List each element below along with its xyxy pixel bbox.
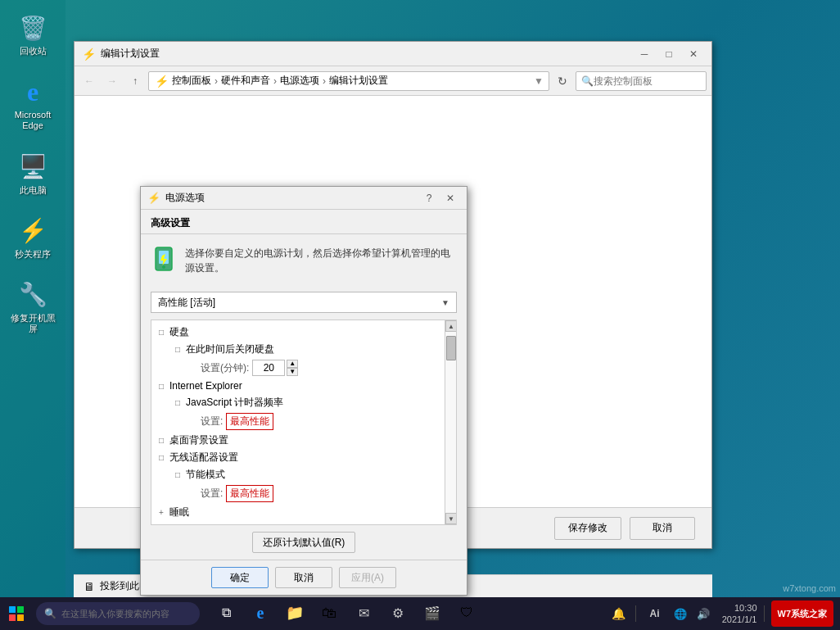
tree-sub-wireless: □ 节能模式 设置: 最高性能 — [168, 466, 445, 504]
dialog-description: 选择你要自定义的电源计划，然后选择你希望计算机管理的电源设置。 — [141, 239, 467, 282]
window-content: ⚡ 电源选项 ? ✕ 高级设置 — [75, 96, 711, 548]
this-pc-icon: 🖥️ — [16, 151, 49, 184]
desktop-icon-edge[interactable]: e Microsoft Edge — [5, 72, 61, 134]
this-pc-label: 此电脑 — [20, 185, 47, 196]
path-part-1: 控制面板 — [172, 74, 211, 88]
tree-item-ie[interactable]: □ Internet Explorer — [151, 378, 445, 394]
shortcut-icon: ⚡ — [16, 215, 49, 247]
refresh-btn[interactable]: ↻ — [553, 71, 572, 91]
turn-off-disk-expand-icon: □ — [171, 343, 184, 356]
main-cancel-btn[interactable]: 取消 — [630, 517, 695, 540]
path-part-2: 硬件和声音 — [221, 74, 270, 88]
taskbar-media[interactable]: 🎬 — [416, 597, 449, 630]
nav-up-btn[interactable]: ↑ — [125, 71, 145, 91]
plan-dropdown[interactable]: 高性能 [活动] ▼ — [151, 292, 457, 313]
desktop: 🗑️ 回收站 e Microsoft Edge 🖥️ 此电脑 ⚡ 秒关程序 🔧 … — [0, 0, 840, 630]
dialog-help-btn[interactable]: ? — [419, 191, 439, 206]
dialog-close-btn[interactable]: ✕ — [440, 191, 460, 206]
main-window-titlebar: ⚡ 编辑计划设置 ─ □ ✕ — [75, 42, 711, 66]
save-changes-btn[interactable]: 保存修改 — [554, 517, 621, 540]
disk-spinner: ▲ ▼ — [252, 360, 298, 376]
taskbar-search-input[interactable] — [61, 609, 192, 619]
main-window-close[interactable]: ✕ — [682, 46, 705, 62]
disk-spin-up[interactable]: ▲ — [287, 360, 298, 368]
tray-separator-2 — [764, 605, 765, 622]
nav-forward-btn[interactable]: → — [102, 71, 122, 91]
svg-point-2 — [162, 265, 165, 269]
desktop-bg-label: 桌面背景设置 — [169, 433, 228, 447]
svg-rect-4 — [17, 606, 24, 613]
tray-separator-1 — [635, 605, 636, 622]
desktop-bg-expand-icon: □ — [155, 434, 168, 447]
dialog-confirm-btn[interactable]: 确定 — [211, 567, 269, 588]
taskbar-store[interactable]: 🛍 — [313, 597, 345, 630]
wireless-value-highlighted: 最高性能 — [226, 485, 273, 502]
dialog-cancel-btn[interactable]: 取消 — [275, 567, 332, 588]
taskbar-clock[interactable]: 10:30 2021/1/1 — [716, 602, 757, 626]
dialog-title: 电源选项 — [165, 191, 419, 205]
desktop-icon-shortcut[interactable]: ⚡ 秒关程序 — [5, 211, 61, 263]
fix-boot-icon: 🔧 — [16, 279, 49, 311]
tree-item-sleep[interactable]: + 睡眠 — [151, 504, 445, 521]
shortcut-label: 秒关程序 — [15, 249, 51, 260]
dialog-desc-text: 选择你要自定义的电源计划，然后选择你希望计算机管理的电源设置。 — [185, 246, 457, 275]
separator-2: › — [273, 75, 277, 87]
tree-item-js-timer[interactable]: □ JavaScript 计时器频率 — [168, 394, 445, 411]
taskbar-task-view[interactable]: ⧉ — [210, 597, 242, 630]
dialog-dropdown-row: 高性能 [活动] ▼ — [141, 288, 467, 320]
dialog-restore-row: 还原计划默认值(R) — [141, 525, 467, 560]
taskbar-settings-app[interactable]: ⚙ — [382, 597, 414, 630]
taskbar-mail[interactable]: ✉ — [347, 597, 380, 630]
tray-network[interactable]: 🌐 — [671, 604, 690, 623]
tree-item-wireless[interactable]: □ 无线适配器设置 — [151, 449, 445, 466]
tree-item-hard-disk[interactable]: □ 硬盘 — [151, 324, 445, 341]
dialog-apply-btn[interactable]: 应用(A) — [339, 567, 396, 588]
disk-spin-buttons: ▲ ▼ — [287, 360, 298, 376]
edge-icon: e — [16, 75, 49, 108]
tree-sub-disk: □ 在此时间后关闭硬盘 设置(分钟): — [168, 341, 445, 378]
desktop-icon-recycle-bin[interactable]: 🗑️ 回收站 — [5, 8, 61, 60]
settings-tree: □ 硬盘 □ 在此时间后关闭硬盘 — [151, 320, 457, 525]
tree-scrollbar[interactable]: ▲ ▼ — [445, 320, 456, 524]
tree-item-turn-off-disk[interactable]: □ 在此时间后关闭硬盘 — [168, 341, 445, 358]
scroll-thumb-area[interactable] — [445, 332, 456, 513]
path-icon: ⚡ — [154, 74, 169, 88]
main-window-maximize[interactable]: □ — [657, 46, 680, 62]
taskbar-search-icon: 🔍 — [44, 608, 56, 619]
tree-item-desktop-bg[interactable]: □ 桌面背景设置 — [151, 432, 445, 449]
dialog-footer: 确定 取消 应用(A) — [141, 560, 467, 595]
tray-notification[interactable]: 🔔 — [609, 604, 629, 623]
w7-logo[interactable]: W7系统之家 — [771, 601, 834, 627]
tray-volume[interactable]: 🔊 — [693, 604, 713, 623]
search-input[interactable] — [594, 75, 716, 87]
clock-time: 10:30 — [716, 602, 757, 614]
path-part-3: 电源选项 — [280, 74, 319, 88]
power-save-label: 节能模式 — [186, 468, 225, 482]
scroll-up-arrow[interactable]: ▲ — [445, 320, 457, 332]
scroll-thumb[interactable] — [446, 336, 456, 360]
nav-back-btn[interactable]: ← — [79, 71, 99, 91]
disk-spin-down[interactable]: ▼ — [287, 368, 298, 376]
tray-ime-indicator[interactable]: Ai — [643, 604, 667, 623]
disk-value-row: 设置(分钟): ▲ ▼ — [168, 358, 445, 378]
main-window-minimize[interactable]: ─ — [633, 46, 656, 62]
main-window-title-icon: ⚡ — [81, 47, 96, 61]
restore-defaults-btn[interactable]: 还原计划默认值(R) — [252, 532, 356, 553]
scroll-down-arrow[interactable]: ▼ — [445, 513, 457, 524]
desktop-icon-this-pc[interactable]: 🖥️ 此电脑 — [5, 147, 61, 199]
recycle-bin-icon: 🗑️ — [16, 11, 49, 44]
desktop-icon-fix-boot[interactable]: 🔧 修复开机黑屏 — [5, 275, 61, 338]
address-path[interactable]: ⚡ 控制面板 › 硬件和声音 › 电源选项 › 编辑计划设置 ▼ — [148, 71, 549, 91]
search-box: 🔍 — [576, 71, 707, 91]
content-main: ⚡ 电源选项 ? ✕ 高级设置 — [75, 96, 711, 507]
dropdown-arrow-icon: ▼ — [441, 298, 449, 307]
taskbar-apps: ⧉ e 📁 🛍 ✉ ⚙ 🎬 🛡 — [203, 597, 603, 630]
disk-value-input[interactable] — [252, 360, 285, 376]
taskbar-file-explorer[interactable]: 📁 — [278, 597, 311, 630]
clock-date: 2021/1/1 — [716, 614, 757, 625]
tree-item-power-save[interactable]: □ 节能模式 — [168, 466, 445, 483]
start-button[interactable] — [0, 597, 33, 630]
taskbar-security-app[interactable]: 🛡 — [450, 597, 483, 630]
wireless-value-label: 设置: — [201, 487, 223, 501]
taskbar-edge-app[interactable]: e — [244, 597, 277, 630]
